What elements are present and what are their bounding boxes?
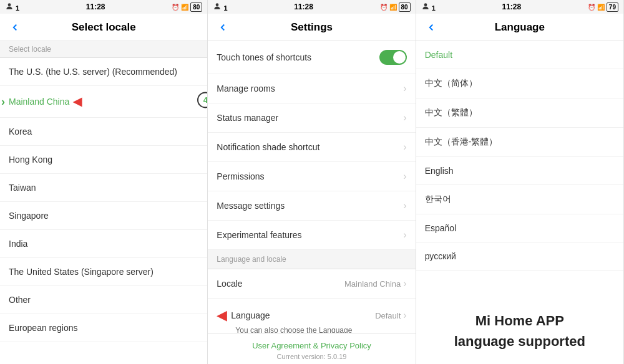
chevron-message-settings: › [403,200,406,211]
chevron-manage-rooms: › [403,83,406,94]
locale-item-us-sg[interactable]: The United States (Singapore server) [0,258,207,286]
locale-item-india[interactable]: India [0,230,207,258]
chevron-permissions: › [403,171,406,182]
header-title-2: Settings [291,21,333,34]
locale-item-taiwan[interactable]: Taiwan [0,174,207,202]
header-2: Settings [208,14,415,41]
language-row: ◀ Language Default › [217,307,406,323]
panel-select-locale: 1 11:28 ⏰ 📶 80 Select locale Select loca… [0,0,208,364]
red-arrow-language: ◀ [217,307,227,323]
settings-section-language-locale: Language and locale [208,250,415,269]
settings-item-message-settings[interactable]: Message settings › [208,191,415,221]
step-annotation: 4 [197,92,207,108]
step-circle: 4 [197,92,207,108]
settings-item-permissions[interactable]: Permissions › [208,162,415,191]
header-title-1: Select locale [72,21,136,34]
language-item-ru[interactable]: русский [416,242,623,271]
settings-item-manage-rooms[interactable]: Manage rooms › [208,74,415,103]
back-button-2[interactable] [214,19,232,36]
language-item-zh-cn[interactable]: 中文（简体） [416,69,623,98]
status-bar-3: 1 11:28 ⏰ 📶 79 [416,0,623,14]
footer-version: Current version: 5.0.19 [217,353,406,360]
language-value: Default › [375,310,407,321]
settings-item-language[interactable]: ◀ Language Default › You can also choose… [208,299,415,333]
chevron-locale: › [403,278,406,289]
back-button-1[interactable] [6,19,24,36]
panel-settings: 1 11:28 ⏰ 📶 80 Settings Touch tones of s… [208,0,416,364]
battery-icon-2: 80 [399,2,411,12]
status-bar-1: 1 11:28 ⏰ 📶 80 [0,0,207,14]
panel-language: 1 11:28 ⏰ 📶 79 Language Default 中文（简体） 中… [416,0,624,364]
settings-list: Touch tones of shortcuts Manage rooms › … [208,41,415,333]
language-item-zh-hk[interactable]: 中文（香港-繁體） [416,128,623,157]
mi-home-note: Mi Home APP language supported [416,298,623,364]
status-left-3: 1 [421,2,436,12]
settings-footer: User Agreement & Privacy Policy Current … [208,333,415,364]
status-bar-2: 1 11:28 ⏰ 📶 80 [208,0,415,14]
locale-list[interactable]: The U.S. (the U.S. server) (Recommended)… [0,58,207,364]
back-icon-3 [426,22,437,33]
header-title-3: Language [495,21,545,34]
settings-item-locale[interactable]: Locale Mainland China › [208,269,415,299]
person-icon [5,2,14,11]
locale-item-mainland-china[interactable]: Mainland China ◀ 4 Select China [0,86,207,118]
signal-icon-2: 📶 [389,4,397,11]
chevron-experimental: › [403,229,406,241]
alarm-icon-3: ⏰ [588,4,595,11]
battery-icon-3: 79 [607,2,618,12]
language-item-es[interactable]: Español [416,214,623,242]
alarm-icon-2: ⏰ [380,4,388,11]
alarm-icon: ⏰ [172,4,179,11]
header-1: Select locale [0,14,207,41]
signal-icon-3: 📶 [597,4,605,11]
settings-item-touch-tones[interactable]: Touch tones of shortcuts [208,41,415,74]
language-item-zh-tw[interactable]: 中文（繁體） [416,98,623,128]
locale-value: Mainland China › [344,278,407,289]
person-icon-2 [213,2,222,11]
status-icons-2: ⏰ 📶 80 [380,2,411,12]
locale-subheader: Select locale [0,41,207,58]
svg-point-2 [424,3,427,6]
person-icon-3 [421,2,430,11]
time-3: 11:28 [502,2,522,11]
settings-item-notification-shade[interactable]: Notification shade shortcut › [208,133,415,162]
language-item-default[interactable]: Default [416,41,623,69]
settings-item-experimental[interactable]: Experimental features › [208,221,415,250]
status-left-2: 1 [213,2,227,12]
footer-link[interactable]: User Agreement & Privacy Policy [217,341,406,350]
time-1: 11:28 [86,2,105,11]
chevron-status-manager: › [403,112,406,123]
status-left-1: 1 [5,2,19,12]
chevron-notification-shade: › [403,141,406,153]
back-button-3[interactable] [422,19,440,36]
locale-item-hong-kong[interactable]: Hong Kong [0,146,207,174]
language-item-ko[interactable]: 한국어 [416,185,623,214]
battery-icon: 80 [190,2,202,12]
svg-point-0 [8,3,11,6]
header-3: Language [416,14,623,41]
signal-icon: 📶 [181,4,188,11]
status-icons-3: ⏰ 📶 79 [588,2,618,12]
locale-item-singapore[interactable]: Singapore [0,202,207,230]
status-icons-1: ⏰ 📶 80 [172,2,202,12]
language-item-en[interactable]: English [416,157,623,185]
toggle-touch-tones[interactable] [379,50,407,65]
locale-item-other[interactable]: Other [0,286,207,314]
locale-item-european[interactable]: European regions [0,314,207,342]
language-list[interactable]: Default 中文（简体） 中文（繁體） 中文（香港-繁體） English … [416,41,623,298]
red-arrow-china: ◀ [73,95,82,108]
chevron-language: › [403,310,406,321]
svg-point-1 [216,3,219,6]
settings-item-status-manager[interactable]: Status manager › [208,103,415,133]
back-icon-1 [9,22,21,33]
locale-item-us[interactable]: The U.S. (the U.S. server) (Recommended) [0,58,207,86]
locale-item-korea[interactable]: Korea [0,118,207,146]
language-annotation-text: You can also choose the Language [217,323,352,333]
time-2: 11:28 [294,2,313,11]
back-icon-2 [217,22,228,33]
